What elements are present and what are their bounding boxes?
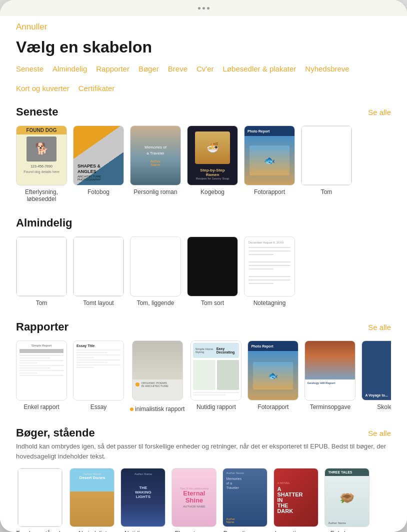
template-personlig-roman[interactable]: Memories ofa Traveler Author Name Person…: [130, 126, 181, 202]
template-nutidig-roman[interactable]: Author Name THEWAKINGLIGHTS Nutidig roma…: [120, 468, 166, 532]
shapes-sub: ARCHITECTURE PHOTOGRAPHY: [78, 175, 120, 181]
template-minimalistisk[interactable]: ORGANIC POEMSIN ARCHITECTURE inimalistis…: [130, 340, 184, 412]
nutidig-line-2: [193, 394, 225, 396]
eternal-author: AUTHOR NAME: [183, 505, 205, 508]
template-thumb-kogebog: 🍜 Step-by-StepRamen Recipes for Savory S…: [187, 126, 238, 186]
rep-line-4: [20, 362, 37, 364]
shatter-title: ASHATTERINTHEDARK: [277, 486, 315, 514]
template-nutidig-rapport[interactable]: Simple Home StylingEasy Decorating Nutid…: [190, 340, 242, 412]
template-terminsopgave[interactable]: Geology Hill Report Terminsopgave: [304, 340, 356, 412]
recent-see-all[interactable]: Se alle: [368, 108, 391, 116]
nav-tab-certifikater[interactable]: Certifikater: [78, 83, 115, 94]
nav-tab-nyhedsbreve[interactable]: Nyhedsbreve: [305, 64, 349, 74]
template-tom-plain[interactable]: Tom: [16, 236, 67, 306]
template-kogebog[interactable]: 🍜 Step-by-StepRamen Recipes for Savory S…: [187, 126, 238, 202]
found-dog-subtext: Found dog details here: [16, 169, 66, 174]
template-thumb-three-tales: THREE TALES 🪹 Author Name: [324, 468, 370, 527]
template-fotobog[interactable]: SHAPES &ANGLES ARCHITECTURE PHOTOGRAPHY …: [73, 126, 124, 202]
nav-tab-breve[interactable]: Breve: [168, 64, 188, 74]
books-label-5: Innovativ roman: [275, 530, 318, 532]
template-thumb-tom-recent: [301, 126, 352, 186]
template-thumb-tom-sort: [187, 236, 238, 296]
books-label-1: Almindeligt: [78, 530, 107, 532]
books-standing-see-all[interactable]: Se alle: [368, 429, 391, 438]
photo-report-header-text: Photo Report: [248, 130, 270, 133]
template-thumb-fotorapport: Photo Report 🐟: [244, 126, 295, 186]
books-label-6: Enkel roman: [330, 530, 364, 532]
nav-tab-almindelig[interactable]: Almindelig: [52, 64, 87, 74]
status-dots: [198, 7, 210, 10]
reports-templates-row: Simple Report En: [16, 340, 391, 412]
note-line-3: [248, 254, 274, 255]
report-label-4: Fotorapport: [258, 404, 288, 410]
found-dog-visual: FOUND DOG 🐕 123-456-7890 Found dog detai…: [16, 126, 66, 185]
template-almindeligt-bog[interactable]: Author Name Desert Dunes Almindeligt: [70, 468, 114, 532]
desert-title: Desert Dunes: [73, 476, 111, 480]
plain-label-4: Notetagning: [254, 300, 286, 306]
recent-label-0: Efterlysning, løbeseddel: [16, 188, 66, 202]
template-thumb-personlig: Memories ofa Traveler Author Name: [130, 126, 181, 186]
report-label-2: inimalistisk rapport: [135, 406, 184, 412]
template-thumb-skole: A Voyage to...: [362, 340, 391, 400]
photo-report-img-r: 🐟: [248, 351, 298, 400]
plain-label-3: Tom sort: [201, 300, 224, 306]
template-fotorapport-recent[interactable]: Photo Report 🐟 Fotorapport: [244, 126, 295, 202]
essay-line-4: [76, 357, 94, 358]
template-tomt-layout[interactable]: Tomt layout: [73, 236, 124, 306]
essay-line-2: [76, 352, 108, 353]
template-essay[interactable]: Essay Title Essay: [73, 340, 124, 412]
rep-line-9: [20, 375, 64, 376]
rep-line-7: [20, 370, 64, 371]
nav-tab-seneste[interactable]: Seneste: [16, 64, 44, 74]
three-tales-image: 🪹: [325, 476, 369, 520]
cancel-button[interactable]: Annuller: [16, 16, 391, 36]
template-skolerapport[interactable]: A Voyage to... Skole...: [362, 340, 391, 412]
template-thumb-essay: Essay Title: [73, 340, 124, 400]
template-enkel-rapport[interactable]: Simple Report En: [16, 340, 67, 412]
template-thumb-tomt-layout: [73, 236, 124, 296]
template-tom-liggende[interactable]: Tom, liggende: [130, 236, 181, 306]
template-thumb-fotorapport-r: Photo Report 🐟: [248, 340, 298, 400]
nav-tab-lobesedler[interactable]: Løbesedler & plakater: [223, 64, 296, 74]
personal-novel-visual: Memories ofa Traveler Author Name: [130, 126, 180, 185]
essay-line-5: [76, 360, 120, 360]
template-efterlysning[interactable]: FOUND DOG 🐕 123-456-7890 Found dog detai…: [16, 126, 67, 202]
template-innovativ-roman[interactable]: A NOVEL ASHATTERINTHEDARK Innovativ roma…: [274, 468, 318, 532]
reports-see-all[interactable]: Se alle: [368, 323, 391, 332]
note-spacer-2: [248, 272, 290, 276]
nav-tab-kort[interactable]: Kort og kuverter: [16, 83, 70, 94]
three-tales-author: Author Name: [325, 520, 369, 526]
minimalist-dot: [136, 382, 140, 386]
books-standing-row: Tom bog, stående Author Name Desert Dune…: [16, 468, 391, 532]
template-personlig-roman-book[interactable]: Author Name Memoriesof aTraveler AuthorN…: [222, 468, 268, 532]
template-tom-recent[interactable]: Tom: [301, 126, 352, 202]
template-fotorapport-reports[interactable]: Photo Report 🐟 Fotorapport: [248, 340, 298, 412]
recent-label-3: Kogebog: [200, 188, 224, 196]
nav-tab-rapporter[interactable]: Rapporter: [96, 64, 130, 74]
cookbook-image: 🍜: [195, 132, 230, 164]
found-dog-image: 🐕: [26, 136, 56, 162]
shapes-angles-visual: SHAPES &ANGLES ARCHITECTURE PHOTOGRAPHY: [74, 126, 124, 185]
template-tom-sort[interactable]: Tom sort: [187, 236, 238, 306]
found-dog-header: FOUND DOG: [16, 126, 66, 134]
template-enkel-roman[interactable]: THREE TALES 🪹 Author Name Enkel roman: [324, 468, 370, 532]
photo-report-visual-r: Photo Report 🐟: [248, 341, 298, 400]
page-title: Vælg en skabelon: [16, 38, 391, 56]
eternal-visual: Tips til din udskrivelse EternalShine AU…: [172, 468, 216, 526]
plain-title: Almindelig: [16, 216, 72, 230]
template-thumb-fotobog: SHAPES &ANGLES ARCHITECTURE PHOTOGRAPHY: [73, 126, 124, 186]
memories-visual: Author Name Memoriesof aTraveler AuthorN…: [223, 468, 267, 526]
template-notetagning[interactable]: December August 9, 20XX: [244, 236, 295, 306]
nav-tab-boger[interactable]: Bøger: [138, 64, 159, 74]
cookbook-visual: 🍜 Step-by-StepRamen Recipes for Savory S…: [188, 126, 238, 185]
note-line-6: [248, 268, 274, 270]
note-date: December August 9, 20XX: [248, 241, 290, 244]
found-dog-text: 123-456-7890: [16, 164, 66, 169]
template-thumb-tom-plain: [16, 236, 67, 296]
reports-title: Rapporter: [16, 320, 68, 334]
books-label-2: Nutidig roman: [124, 530, 162, 532]
template-tom-bog-staende[interactable]: Tom bog, stående: [16, 468, 64, 532]
recent-templates-row: FOUND DOG 🐕 123-456-7890 Found dog detai…: [16, 126, 391, 202]
nav-tab-cver[interactable]: Cv'er: [196, 64, 214, 74]
template-elegant-roman[interactable]: Tips til din udskrivelse EternalShine AU…: [172, 468, 216, 532]
